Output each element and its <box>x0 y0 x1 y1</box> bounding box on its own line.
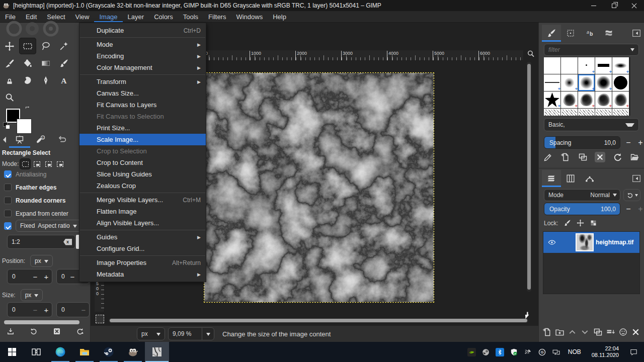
menubar-item-filters[interactable]: Filters <box>203 11 231 22</box>
move-tool-button[interactable] <box>1 38 18 54</box>
tray-satellite-icon[interactable] <box>524 348 532 356</box>
tab-paths[interactable] <box>580 170 599 187</box>
taskbar-steam-button[interactable] <box>97 342 121 362</box>
layer-thumbnail[interactable] <box>576 233 594 251</box>
mode-intersect-button[interactable] <box>55 159 65 169</box>
menubar-item-layer[interactable]: Layer <box>123 11 149 22</box>
increment-button[interactable]: + <box>41 273 52 281</box>
layer-row[interactable]: heightmap.tif <box>543 232 639 253</box>
taskbar-explorer-button[interactable] <box>72 342 97 362</box>
menu-item-metadata[interactable]: Metadata▶ <box>79 268 206 280</box>
menu-item-zealous-crop[interactable]: Zealous Crop <box>79 180 206 192</box>
feather-edges-checkbox[interactable] <box>4 184 12 191</box>
opacity-decrease-button[interactable]: − <box>624 205 632 214</box>
menubar-item-windows[interactable]: Windows <box>231 11 268 22</box>
menu-item-print-size[interactable]: Print Size... <box>79 122 206 134</box>
menu-item-configure-grid[interactable]: Configure Grid... <box>79 243 206 254</box>
tray-bluetooth-icon[interactable] <box>496 348 504 356</box>
configure-tab-icon[interactable] <box>631 28 642 39</box>
tab-patterns[interactable] <box>561 25 580 42</box>
lock-position-icon[interactable] <box>576 219 585 227</box>
taskbar-gimp-window-button[interactable] <box>145 342 169 362</box>
zoom-dropdown[interactable]: 9,09 % <box>168 327 214 340</box>
lock-alpha-icon[interactable] <box>589 219 598 227</box>
rounded-corners-checkbox[interactable] <box>4 197 12 204</box>
mode-add-button[interactable] <box>32 159 42 169</box>
reset-tool-options-icon[interactable] <box>75 326 85 336</box>
menu-item-duplicate[interactable]: DuplicateCtrl+D <box>79 25 206 36</box>
menu-item-crop-to-content[interactable]: Crop to Content <box>79 157 206 168</box>
taskbar-start-button[interactable] <box>0 342 24 362</box>
tool-options-scrollbar[interactable] <box>4 320 79 324</box>
menubar-item-help[interactable]: Help <box>268 11 291 22</box>
tab-layers[interactable] <box>542 170 561 187</box>
configure-tab-icon[interactable] <box>631 173 642 184</box>
brush-swatch-solid[interactable] <box>612 74 629 91</box>
increment-button[interactable]: + <box>41 306 52 314</box>
tray-steam-tray-icon[interactable] <box>481 348 490 356</box>
menu-item-guides[interactable]: Guides▶ <box>79 231 206 243</box>
menu-item-align-visible-layers[interactable]: Align Visible Layers... <box>79 217 206 229</box>
menu-item-scale-image[interactable]: Scale Image... <box>79 134 206 145</box>
menu-item-image-properties[interactable]: Image PropertiesAlt+Return <box>79 257 206 268</box>
fuzzy-select-tool-button[interactable] <box>55 38 72 54</box>
default-colors-icon[interactable] <box>3 122 10 129</box>
paintbrush-tool-button[interactable] <box>55 55 72 71</box>
add-mask-icon[interactable] <box>618 327 628 337</box>
ruler-zoom-icon[interactable] <box>526 49 535 58</box>
aspect-ratio-input[interactable] <box>8 238 53 245</box>
tab-brushes[interactable] <box>542 25 561 42</box>
brush-swatch-ellipse[interactable]: + <box>612 57 629 74</box>
menu-item-flatten-image[interactable]: Flatten Image <box>79 206 206 217</box>
restore-button[interactable] <box>604 0 624 11</box>
tab-undo-history[interactable] <box>51 132 72 148</box>
lower-layer-icon[interactable] <box>580 327 590 337</box>
dock-tab-left-arrow[interactable] <box>3 137 6 143</box>
gradient-tool-button[interactable] <box>37 55 54 71</box>
menu-item-transform[interactable]: Transform▶ <box>79 76 206 87</box>
brush-filter-input[interactable] <box>544 46 615 53</box>
menu-item-encoding[interactable]: Encoding▶ <box>79 50 206 62</box>
tab-tool-options[interactable] <box>9 132 30 148</box>
brush-swatch-splat[interactable]: + <box>578 92 595 108</box>
menu-item-fit-canvas-to-layers[interactable]: Fit Canvas to Layers <box>79 99 206 111</box>
taskbar-gimp-button[interactable] <box>121 342 145 362</box>
raise-layer-icon[interactable] <box>567 327 578 337</box>
brush-swatch-soft-l[interactable]: + <box>595 74 612 91</box>
restore-tool-preset-icon[interactable] <box>29 326 38 336</box>
text-tool-button[interactable]: A <box>55 72 72 88</box>
mode-replace-button[interactable] <box>20 159 30 169</box>
menu-item-mode[interactable]: Mode▶ <box>79 39 206 50</box>
clone-tool-button[interactable] <box>1 72 18 88</box>
new-layer-group-icon[interactable] <box>554 327 565 337</box>
brush-swatch-tex[interactable] <box>561 109 578 116</box>
brush-swatch-splat[interactable]: + <box>612 92 629 108</box>
merge-layer-icon[interactable] <box>605 327 616 337</box>
unit-dropdown[interactable]: px <box>137 327 165 340</box>
brush-swatch-line[interactable]: + <box>544 74 560 91</box>
duplicate-brush-icon[interactable] <box>578 152 588 162</box>
brush-swatch-star[interactable]: + <box>544 92 560 108</box>
opacity-increase-button[interactable]: + <box>636 205 644 214</box>
clock[interactable]: 22:04 08.11.2020 <box>589 345 622 358</box>
tab-channels[interactable] <box>561 170 580 187</box>
menu-item-merge-visible-layers[interactable]: Merge Visible Layers...Ctrl+M <box>79 194 206 206</box>
expand-from-center-checkbox[interactable] <box>4 210 12 217</box>
brush-swatch-tex[interactable] <box>578 109 595 116</box>
opacity-slider[interactable]: Opacity 100,0 <box>544 203 620 215</box>
brush-swatch-blank[interactable] <box>544 57 560 74</box>
brush-swatch-soft-s[interactable]: + <box>561 74 578 91</box>
brush-swatch-splat[interactable]: + <box>595 92 612 108</box>
eye-icon[interactable] <box>547 238 556 247</box>
size-width-spinner[interactable]: 0 − + <box>7 302 52 317</box>
brush-swatch-tex[interactable] <box>595 109 612 116</box>
notification-center-icon[interactable] <box>629 348 638 356</box>
free-select-tool-button[interactable] <box>37 38 54 54</box>
close-button[interactable] <box>624 0 644 11</box>
canvas-image[interactable] <box>204 72 434 303</box>
tray-logitech-g-icon[interactable]: G <box>538 348 546 356</box>
tab-device-status[interactable]: i <box>30 132 51 148</box>
taskbar-task-view-button[interactable] <box>24 342 48 362</box>
taskbar-edge-button[interactable] <box>48 342 72 362</box>
brush-swatch-tex[interactable] <box>544 109 560 116</box>
